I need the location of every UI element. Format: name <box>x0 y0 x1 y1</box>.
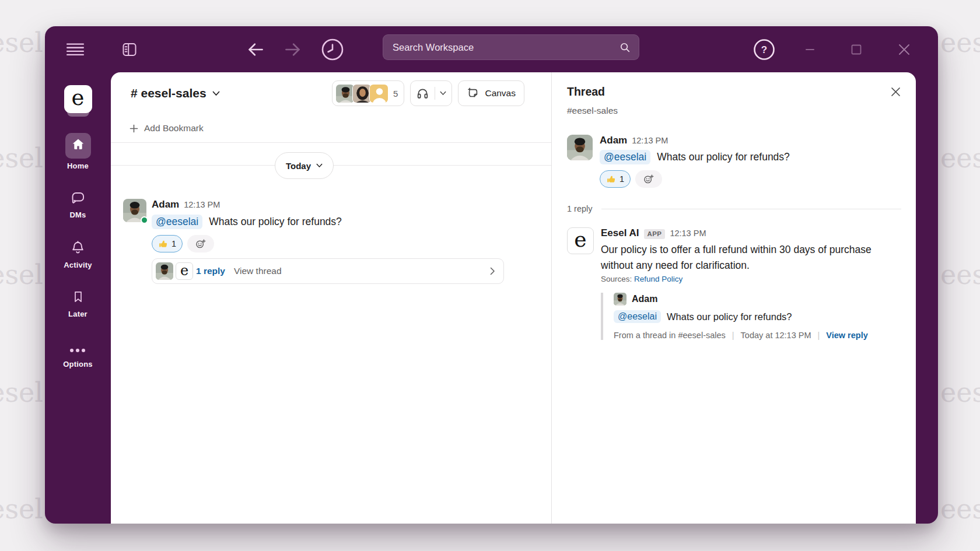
canvas-button[interactable]: Canvas <box>458 80 524 106</box>
window-right-margin <box>916 72 938 524</box>
huddle-button[interactable] <box>410 80 452 106</box>
quoted-text: Whats our policy for refunds? <box>667 311 792 322</box>
hamburger-menu-button[interactable] <box>65 42 85 57</box>
thread-reply-count-link[interactable]: 1 reply <box>196 266 225 276</box>
workspace-rail: e Home DMs <box>45 72 111 524</box>
add-bookmark-label: Add Bookmark <box>144 123 204 134</box>
thread-panel-title: Thread <box>567 85 605 99</box>
date-divider: Today <box>111 165 551 166</box>
channel-title-button[interactable]: # eesel-sales <box>131 86 220 100</box>
canvas-label: Canvas <box>485 88 516 99</box>
channel-name: # eesel-sales <box>131 86 206 100</box>
watermark-text: eesel <box>940 259 980 290</box>
message-author[interactable]: Eesel AI <box>601 227 639 239</box>
quoted-author-avatar <box>614 293 626 306</box>
eesel-app-avatar: e <box>176 262 193 280</box>
divider: | <box>818 331 820 340</box>
message-author[interactable]: Adam <box>152 199 179 210</box>
watermark-text: eesel <box>940 27 980 58</box>
plus-icon <box>130 124 138 133</box>
divider <box>435 87 435 100</box>
sidebar-item-options[interactable]: Options <box>63 344 93 368</box>
sidebar-item-later[interactable]: Later <box>65 289 91 318</box>
add-bookmark-button[interactable]: Add Bookmark <box>111 114 551 143</box>
message-list: Today <box>111 143 551 524</box>
workspace-switcher[interactable]: e <box>64 85 92 113</box>
close-thread-button[interactable] <box>890 86 901 97</box>
reaction-count: 1 <box>172 239 176 248</box>
eesel-app-avatar[interactable]: e <box>567 227 594 254</box>
channel-header-actions: 5 <box>332 80 524 106</box>
channel-members-button[interactable]: 5 <box>332 80 404 106</box>
quoted-message: Adam @eeselai Whats our policy for refun… <box>601 293 874 340</box>
message-timestamp[interactable]: 12:13 PM <box>670 229 706 238</box>
member-avatar <box>369 84 388 103</box>
chevron-right-icon <box>490 267 495 275</box>
sidebar-item-label: Activity <box>64 261 92 269</box>
view-thread-label: View thread <box>234 266 282 276</box>
message: Adam 12:13 PM @eeselai Whats our policy … <box>123 199 551 284</box>
chevron-down-icon <box>316 163 323 168</box>
thread-channel-name: #eesel-sales <box>567 106 901 116</box>
user-avatar[interactable] <box>123 199 146 222</box>
help-button[interactable]: ? <box>752 37 776 62</box>
search-icon <box>620 42 631 53</box>
thumbs-up-reaction[interactable]: 1 <box>600 170 631 188</box>
desktop-background: eesel eesel eesel eesel eesel eesel eese… <box>0 0 980 551</box>
titlebar: ? <box>45 26 938 72</box>
channel-pane: # eesel-sales 5 <box>111 72 551 524</box>
quote-timestamp: Today at 12:13 PM <box>741 331 811 340</box>
date-divider-button[interactable]: Today <box>275 152 334 179</box>
dms-icon <box>70 190 86 208</box>
date-divider-label: Today <box>286 161 311 171</box>
quote-origin: From a thread in #eesel-sales <box>614 331 726 340</box>
message-timestamp[interactable]: 12:13 PM <box>632 136 668 145</box>
user-mention[interactable]: @eeselai <box>614 310 661 323</box>
minimize-button[interactable] <box>803 43 817 57</box>
maximize-button[interactable] <box>849 43 863 57</box>
later-bookmark-icon <box>71 289 85 307</box>
message-text: Whats our policy for refunds? <box>657 151 790 163</box>
user-avatar[interactable] <box>567 135 593 160</box>
thumbs-up-icon <box>606 174 616 184</box>
search-input[interactable] <box>391 41 620 54</box>
message-author[interactable]: Adam <box>600 135 627 146</box>
channel-header: # eesel-sales 5 <box>111 72 551 114</box>
watermark-text: eesel <box>0 27 43 58</box>
thumbs-up-reaction[interactable]: 1 <box>152 235 183 252</box>
content-card: # eesel-sales 5 <box>111 72 916 524</box>
quoted-author[interactable]: Adam <box>632 294 657 304</box>
history-button[interactable] <box>320 37 345 62</box>
view-reply-link[interactable]: View reply <box>826 331 867 340</box>
thread-root-message: Adam 12:13 PM @eeselai Whats our policy … <box>567 135 901 188</box>
sidebar-item-label: DMs <box>69 210 86 219</box>
watermark-text: eesel <box>940 142 980 174</box>
message-timestamp[interactable]: 12:13 PM <box>184 200 220 209</box>
watermark-text: eesel <box>0 259 43 290</box>
add-reaction-icon <box>195 238 206 250</box>
add-reaction-button[interactable] <box>635 170 662 188</box>
member-count: 5 <box>393 89 398 99</box>
add-reaction-button[interactable] <box>187 235 214 252</box>
sidebar-item-dms[interactable]: DMs <box>65 190 91 219</box>
home-icon <box>71 137 86 155</box>
user-mention[interactable]: @eeselai <box>152 215 202 229</box>
reply-count-label: 1 reply <box>567 204 593 213</box>
reply-count-divider: 1 reply <box>567 204 901 213</box>
chevron-down-icon[interactable] <box>440 91 446 96</box>
headphones-icon <box>416 87 429 100</box>
chevron-down-icon <box>212 91 220 96</box>
presence-indicator <box>141 216 148 224</box>
thread-panel: Thread #eesel-sales Adam <box>552 72 916 524</box>
back-button[interactable] <box>247 42 264 57</box>
workspace-search-bar[interactable] <box>383 34 639 60</box>
forward-button[interactable] <box>284 42 302 57</box>
thread-reply-message: e Eesel AI APP 12:13 PM Our policy is to… <box>567 227 901 340</box>
thread-preview-bar[interactable]: e 1 reply View thread <box>152 258 504 284</box>
user-mention[interactable]: @eeselai <box>600 150 650 164</box>
close-window-button[interactable] <box>897 42 912 57</box>
sidebar-item-activity[interactable]: Activity <box>64 239 92 269</box>
sources-link[interactable]: Refund Policy <box>634 275 682 283</box>
sidebar-item-home[interactable]: Home <box>65 133 91 170</box>
toggle-sidebar-button[interactable] <box>121 41 138 58</box>
